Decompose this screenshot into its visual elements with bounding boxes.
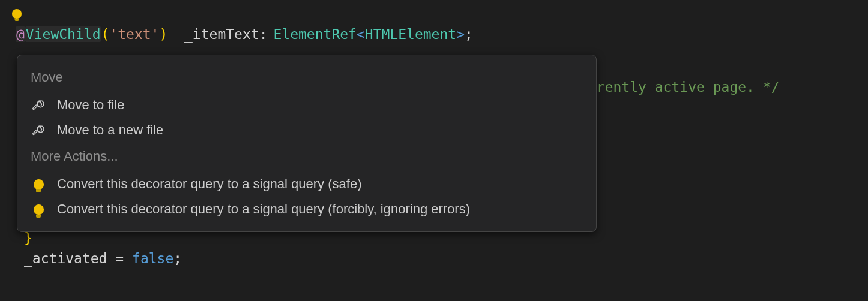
group-header-move: Move — [17, 64, 596, 92]
string-arg: 'text' — [109, 26, 159, 42]
type-elementref: ElementRef — [273, 26, 356, 42]
code-actions-popup: Move Move to file Move to a new file Mor… — [17, 55, 597, 232]
decorator-at: @ — [16, 26, 25, 42]
action-label: Convert this decorator query to a signal… — [57, 201, 470, 217]
semicolon: ; — [465, 26, 473, 42]
bulb-icon — [12, 9, 22, 19]
ident-activated: _activated — [24, 251, 107, 266]
action-label: Move to file — [57, 97, 125, 113]
code-line-viewchild[interactable]: @ViewChild('text') _itemText:ElementRef<… — [6, 24, 868, 44]
type-htmlelement: HTMLElement — [365, 26, 456, 42]
bulb-icon — [31, 204, 46, 215]
wrench-icon — [31, 98, 46, 112]
close-brace: } — [24, 230, 32, 246]
angle-close: > — [456, 26, 465, 42]
equals: = — [107, 251, 132, 266]
decorator-name: ViewChild — [25, 26, 101, 42]
activated-line[interactable]: _activated = false; — [24, 248, 868, 269]
lightbulb-gutter[interactable] — [6, 4, 868, 24]
identifier-itemtext: _itemText — [167, 26, 259, 42]
wrench-icon — [31, 124, 46, 137]
action-move-to-new-file[interactable]: Move to a new file — [17, 118, 596, 143]
action-convert-signal-forcibly[interactable]: Convert this decorator query to a signal… — [17, 197, 596, 222]
comment-text: rrently active page. */ — [588, 79, 780, 95]
action-label: Move to a new file — [57, 122, 163, 138]
angle-open: < — [357, 26, 365, 42]
close-paren: ) — [159, 26, 167, 42]
false-keyword: false — [132, 251, 173, 266]
colon: : — [259, 26, 268, 42]
open-paren: ( — [101, 26, 109, 42]
bulb-icon — [31, 179, 46, 189]
action-label: Convert this decorator query to a signal… — [57, 176, 361, 192]
action-convert-signal-safe[interactable]: Convert this decorator query to a signal… — [17, 171, 596, 197]
semicolon-2: ; — [173, 251, 182, 266]
action-move-to-file[interactable]: Move to file — [17, 92, 596, 118]
group-header-more-actions: More Actions... — [17, 143, 596, 171]
